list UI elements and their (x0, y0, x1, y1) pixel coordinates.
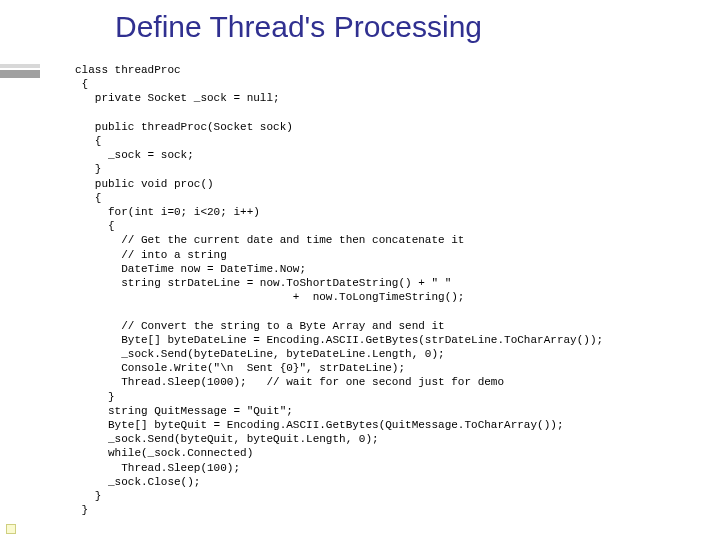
slide-title: Define Thread's Processing (115, 10, 482, 44)
side-decoration (0, 70, 40, 78)
corner-square-icon (6, 524, 16, 534)
code-block: class threadProc { private Socket _sock … (75, 63, 603, 518)
